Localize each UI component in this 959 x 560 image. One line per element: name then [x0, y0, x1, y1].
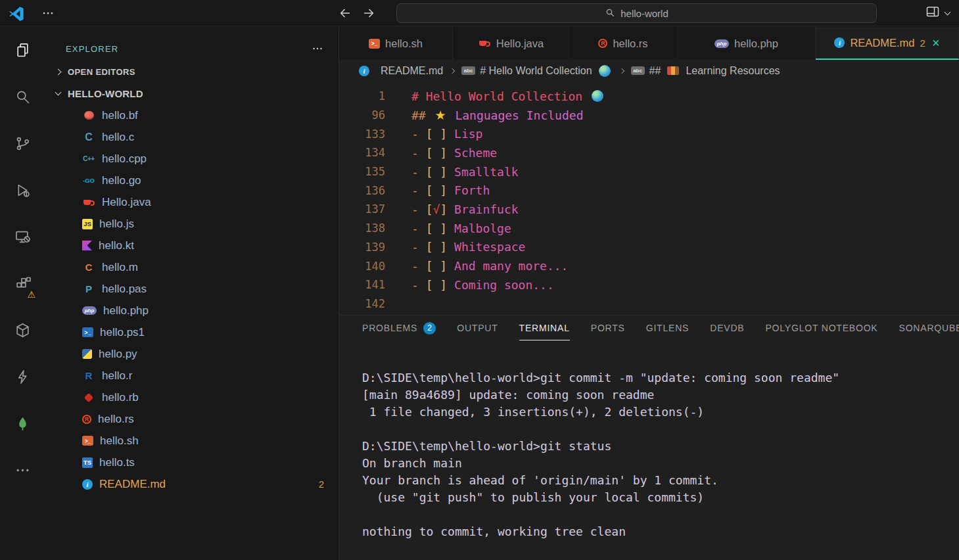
panel-tab-label: DEVDB	[710, 323, 744, 333]
code-token: -	[411, 202, 426, 216]
file-name: hello.ps1	[100, 326, 145, 339]
cpp-file-icon: C++	[82, 152, 95, 166]
tab-README.md[interactable]: iREADME.md2	[816, 27, 959, 60]
line-content: - [√] Brainfuck	[411, 202, 519, 216]
breadcrumb-section[interactable]: ##	[649, 65, 661, 77]
line-number: 133	[339, 128, 385, 141]
customize-layout-icon[interactable]	[925, 4, 941, 22]
code-token: [ ]	[426, 165, 454, 179]
file-row[interactable]: -GOhello.go	[45, 170, 339, 191]
breadcrumb-section[interactable]: Learning Resources	[686, 65, 780, 77]
close-icon[interactable]	[932, 36, 940, 49]
search-box[interactable]: hello-world	[396, 3, 877, 23]
file-row[interactable]: phphello.php	[45, 300, 339, 321]
panel-tab-gitlens[interactable]: GITLENS	[646, 315, 690, 340]
editor-code[interactable]: 1# Hello World Collection 96## Languages…	[339, 82, 959, 313]
line-content: - [ ] Scheme	[411, 146, 497, 160]
code-token: Coming soon...	[454, 278, 554, 292]
globe-icon	[592, 90, 603, 102]
panel-tab-label: OUTPUT	[457, 323, 498, 333]
file-row[interactable]: >_hello.ps1	[45, 321, 339, 343]
file-row[interactable]: Phello.pas	[45, 278, 339, 300]
panel-tab-problems[interactable]: PROBLEMS2	[362, 315, 436, 340]
file-row[interactable]: Rhello.r	[45, 365, 339, 386]
terminal-line: Your branch is ahead of 'origin/main' by…	[362, 472, 959, 489]
file-row[interactable]: hello.kt	[45, 235, 339, 256]
tab-hello.php[interactable]: phphello.php	[678, 27, 816, 60]
file-row[interactable]: hello.rb	[45, 386, 339, 408]
file-row[interactable]: C++hello.cpp	[45, 148, 339, 170]
java-file-icon	[478, 37, 491, 50]
code-token: -	[411, 127, 426, 141]
file-row[interactable]: Chello.c	[45, 126, 339, 148]
more-icon	[14, 461, 32, 479]
breadcrumb-file[interactable]: README.md	[381, 65, 443, 77]
open-editors-section[interactable]: OPEN EDITORS	[45, 61, 339, 83]
editor-tabs: >_hello.shHello.javaRhello.rsphphello.ph…	[339, 27, 959, 60]
file-row[interactable]: TShello.ts	[45, 452, 339, 473]
editor-line: 134- [ ] Scheme	[339, 143, 959, 162]
activity-package[interactable]	[0, 307, 45, 354]
git-changes-badge: 2	[319, 478, 324, 490]
code-token: Whitespace	[454, 240, 525, 254]
activity-mongodb[interactable]	[0, 400, 45, 447]
file-row[interactable]: JShello.js	[45, 213, 339, 235]
editor-area: >_hello.shHello.javaRhello.rsphphello.ph…	[339, 27, 959, 560]
line-number: 142	[339, 297, 385, 310]
folder-hello-world[interactable]: HELLO-WORLD	[45, 83, 339, 105]
back-button[interactable]	[338, 6, 352, 20]
activity-bar: ⚠	[0, 27, 45, 560]
activity-source-control[interactable]	[0, 120, 45, 167]
chevron-down-icon[interactable]	[945, 9, 951, 15]
tab-label: hello.sh	[385, 37, 423, 50]
panel-tab-label: PORTS	[591, 323, 625, 333]
file-row[interactable]: Chello.m	[45, 256, 339, 278]
tab-Hello.java[interactable]: Hello.java	[453, 27, 569, 60]
activity-more[interactable]	[0, 447, 45, 494]
activity-remote-explorer[interactable]	[0, 214, 45, 260]
books-icon	[667, 66, 679, 75]
activity-extensions[interactable]: ⚠	[0, 260, 45, 307]
panel-tabs: PROBLEMS2OUTPUTTERMINALPORTSGITLENSDEVDB…	[339, 315, 959, 340]
code-token: -	[411, 240, 426, 254]
tab-hello.rs[interactable]: Rhello.rs	[569, 27, 678, 60]
line-number: 135	[339, 165, 385, 178]
panel-tab-devdb[interactable]: DEVDB	[710, 315, 744, 340]
file-name: hello.bf	[102, 109, 138, 122]
editor-line: 140- [ ] And many more...	[339, 256, 959, 275]
remote-explorer-icon	[14, 228, 32, 246]
panel-tab-polyglot-notebook[interactable]: POLYGLOT NOTEBOOK	[765, 315, 877, 340]
activity-run-debug[interactable]	[0, 167, 45, 214]
tab-changes-badge: 2	[920, 37, 925, 49]
editor-line: 96## Languages Included	[339, 106, 959, 125]
activity-explorer[interactable]	[0, 27, 45, 74]
file-row[interactable]: >_hello.sh	[45, 430, 339, 452]
chevron-right-icon	[55, 69, 62, 76]
breadcrumb-section[interactable]: # Hello World Collection	[480, 65, 592, 77]
terminal-line: [main 89a4689] update: coming soon readm…	[362, 386, 959, 404]
file-row[interactable]: Rhello.rs	[45, 408, 339, 430]
panel-tab-output[interactable]: OUTPUT	[457, 315, 498, 340]
explorer-more-actions-icon[interactable]	[311, 42, 324, 55]
more-menu-icon[interactable]	[34, 5, 62, 22]
editor-line: 139- [ ] Whitespace	[339, 238, 959, 257]
shell-file-icon: >_	[369, 39, 380, 49]
line-number: 96	[339, 108, 385, 122]
activity-thunder[interactable]	[0, 354, 45, 400]
file-row[interactable]: Hello.java	[45, 191, 339, 213]
panel-tab-sonarqube[interactable]: SONARQUBE	[899, 315, 959, 340]
code-token: ]	[440, 202, 454, 216]
terminal-output[interactable]: D:\SIDE\temp\hello-world>git commit -m "…	[339, 340, 959, 540]
panel-tab-terminal[interactable]: TERMINAL	[519, 315, 570, 340]
panel-tab-ports[interactable]: PORTS	[591, 315, 625, 340]
file-row[interactable]: iREADME.md2	[45, 473, 339, 495]
code-token: Scheme	[454, 146, 497, 160]
explorer-icon	[14, 41, 32, 59]
line-number: 1	[339, 89, 385, 103]
file-row[interactable]: hello.py	[45, 343, 339, 365]
activity-search[interactable]	[0, 74, 45, 120]
tab-hello.sh[interactable]: >_hello.sh	[339, 27, 453, 60]
chevron-right-icon	[450, 68, 455, 73]
file-row[interactable]: hello.bf	[45, 105, 339, 126]
forward-button[interactable]	[362, 6, 376, 20]
